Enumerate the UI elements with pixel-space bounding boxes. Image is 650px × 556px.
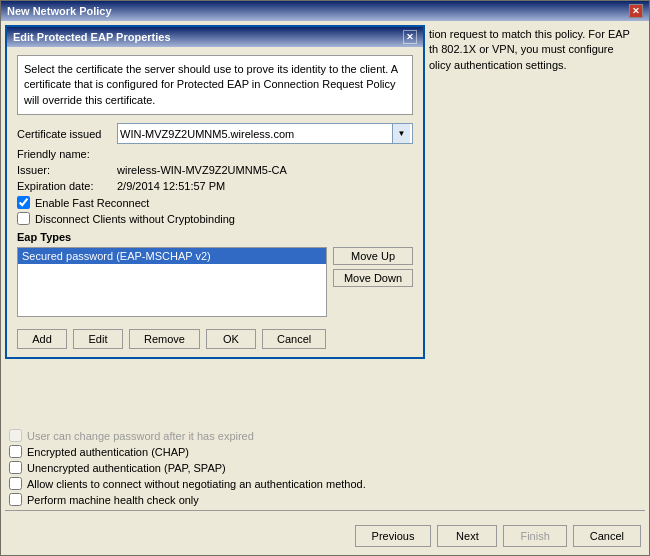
friendly-name-label: Friendly name:	[17, 148, 117, 160]
cert-label: Certificate issued	[17, 128, 117, 140]
outer-checkbox-row-3: Allow clients to connect without negotia…	[9, 477, 649, 490]
inner-title-bar: Edit Protected EAP Properties ✕	[7, 27, 423, 47]
outer-checkbox-row-1: Encrypted authentication (CHAP)	[9, 445, 649, 458]
outer-checkbox-label-2: Unencrypted authentication (PAP, SPAP)	[27, 462, 226, 474]
disconnect-clients-label: Disconnect Clients without Cryptobinding	[35, 213, 235, 225]
next-button[interactable]: Next	[437, 525, 497, 547]
inner-dialog: Edit Protected EAP Properties ✕ Select t…	[5, 25, 425, 359]
outer-checkbox-label-4: Perform machine health check only	[27, 494, 199, 506]
cert-row: Certificate issued WIN-MVZ9Z2UMNM5.wirel…	[17, 123, 413, 144]
outer-checkbox-row-2: Unencrypted authentication (PAP, SPAP)	[9, 461, 649, 474]
eap-list-item[interactable]: Secured password (EAP-MSCHAP v2)	[18, 248, 326, 264]
move-down-button[interactable]: Move Down	[333, 269, 413, 287]
dialog-body: Select the certificate the server should…	[7, 47, 423, 357]
fast-reconnect-row: Enable Fast Reconnect	[17, 196, 413, 209]
outer-checkbox-2[interactable]	[9, 461, 22, 474]
add-button[interactable]: Add	[17, 329, 67, 349]
move-up-button[interactable]: Move Up	[333, 247, 413, 265]
move-buttons: Move Up Move Down	[333, 247, 413, 323]
remove-button[interactable]: Remove	[129, 329, 200, 349]
inner-dialog-title: Edit Protected EAP Properties	[13, 31, 171, 43]
cert-dropdown[interactable]: WIN-MVZ9Z2UMNM5.wireless.com ▼	[117, 123, 413, 144]
expiration-row: Expiration date: 2/9/2014 12:51:57 PM	[17, 180, 413, 192]
eap-list-container: Secured password (EAP-MSCHAP v2)	[17, 247, 327, 323]
outer-window-title: New Network Policy	[7, 5, 112, 17]
friendly-name-row: Friendly name:	[17, 148, 413, 160]
cancel-button[interactable]: Cancel	[262, 329, 326, 349]
separator	[5, 510, 645, 511]
finish-button[interactable]: Finish	[503, 525, 566, 547]
previous-button[interactable]: Previous	[355, 525, 432, 547]
nav-buttons: Previous Next Finish Cancel	[355, 525, 641, 547]
edit-button[interactable]: Edit	[73, 329, 123, 349]
fast-reconnect-checkbox[interactable]	[17, 196, 30, 209]
outer-title-bar: New Network Policy ✕	[1, 1, 649, 21]
outer-checkbox-label-3: Allow clients to connect without negotia…	[27, 478, 366, 490]
outer-close-button[interactable]: ✕	[629, 4, 643, 18]
ok-button[interactable]: OK	[206, 329, 256, 349]
eap-list[interactable]: Secured password (EAP-MSCHAP v2)	[17, 247, 327, 317]
outer-checkbox-1[interactable]	[9, 445, 22, 458]
cert-dropdown-value: WIN-MVZ9Z2UMNM5.wireless.com	[120, 128, 294, 140]
issuer-label: Issuer:	[17, 164, 117, 176]
disconnect-clients-checkbox[interactable]	[17, 212, 30, 225]
outer-checkbox-label-1: Encrypted authentication (CHAP)	[27, 446, 189, 458]
cancel-nav-button[interactable]: Cancel	[573, 525, 641, 547]
outer-checkbox-label-0: User can change password after it has ex…	[27, 430, 254, 442]
outer-checkbox-4[interactable]	[9, 493, 22, 506]
disconnect-clients-row: Disconnect Clients without Cryptobinding	[17, 212, 413, 225]
cert-dropdown-wrapper: WIN-MVZ9Z2UMNM5.wireless.com ▼	[117, 123, 413, 144]
description-box: Select the certificate the server should…	[17, 55, 413, 115]
outer-checkboxes: User can change password after it has ex…	[9, 429, 649, 509]
outer-checkbox-0[interactable]	[9, 429, 22, 442]
expiration-value: 2/9/2014 12:51:57 PM	[117, 180, 225, 192]
outer-content: tion request to match this policy. For E…	[1, 21, 649, 555]
fast-reconnect-label: Enable Fast Reconnect	[35, 197, 149, 209]
background-text: tion request to match this policy. For E…	[429, 27, 639, 73]
outer-checkbox-row-0: User can change password after it has ex…	[9, 429, 649, 442]
inner-close-button[interactable]: ✕	[403, 30, 417, 44]
cert-dropdown-arrow[interactable]: ▼	[392, 124, 410, 143]
outer-window: New Network Policy ✕ tion request to mat…	[0, 0, 650, 556]
issuer-value: wireless-WIN-MVZ9Z2UMNM5-CA	[117, 164, 287, 176]
issuer-row: Issuer: wireless-WIN-MVZ9Z2UMNM5-CA	[17, 164, 413, 176]
expiration-label: Expiration date:	[17, 180, 117, 192]
outer-checkbox-3[interactable]	[9, 477, 22, 490]
eap-area: Secured password (EAP-MSCHAP v2) Move Up…	[17, 247, 413, 323]
bottom-buttons: Add Edit Remove OK Cancel	[17, 329, 413, 349]
eap-types-label: Eap Types	[17, 231, 413, 243]
outer-checkbox-row-4: Perform machine health check only	[9, 493, 649, 506]
